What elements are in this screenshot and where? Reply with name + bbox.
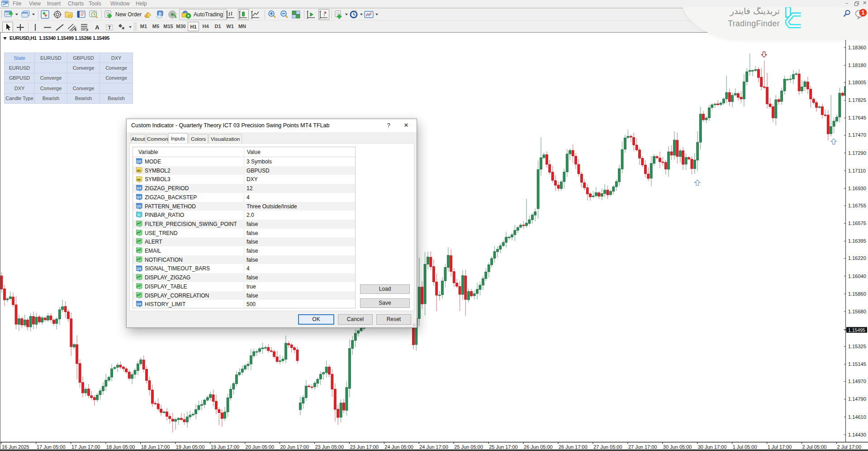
navigator-button[interactable] — [64, 9, 75, 20]
param-row-symbol2[interactable]: abSYMBOL2GBPUSD — [133, 166, 355, 175]
toolbar-grip[interactable] — [1, 10, 2, 19]
timeframe-w1-button[interactable]: W1 — [224, 22, 236, 31]
dialog-close-button[interactable]: ✕ — [399, 119, 413, 132]
param-row-history_limit[interactable]: 123HISTORY_LIMIT500 — [133, 300, 355, 308]
menu-file[interactable]: File — [13, 0, 21, 7]
trendline-tool-button[interactable] — [55, 22, 65, 33]
timeframe-mn-button[interactable]: MN — [237, 22, 248, 31]
param-row-alert[interactable]: ALERTfalse — [133, 237, 355, 246]
param-value[interactable]: false — [247, 248, 258, 254]
chat-notification-icon[interactable]: 1 — [853, 8, 868, 20]
cancel-button[interactable]: Cancel — [338, 314, 373, 325]
menu-insert[interactable]: Insert — [47, 0, 61, 7]
cursor-tool-button[interactable] — [2, 22, 13, 33]
param-value[interactable]: false — [247, 293, 258, 299]
ok-button[interactable]: OK — [298, 314, 334, 325]
load-button[interactable]: Load — [360, 284, 410, 294]
dialog-tab-inputs[interactable]: Inputs — [168, 133, 188, 143]
timeframe-m5-button[interactable]: M5 — [150, 22, 161, 31]
timeframe-h1-button[interactable]: H1 — [188, 22, 199, 31]
param-row-filter_precision_swing_point[interactable]: FILTER_PRECISION_SWING_POINTfalse — [133, 220, 355, 229]
fibonacci-tool-button[interactable]: F — [80, 22, 90, 33]
param-row-pattern_method[interactable]: 123PATTERN_METHODThree Outside/Inside — [133, 202, 355, 211]
menu-charts[interactable]: Charts — [68, 0, 84, 7]
param-value[interactable]: 4 — [247, 194, 250, 201]
text-tool-button[interactable]: A — [92, 22, 102, 33]
docs-button[interactable] — [143, 9, 152, 20]
horizontal-scrollbar[interactable] — [0, 449, 868, 451]
param-row-email[interactable]: EMAILfalse — [133, 246, 355, 255]
timeframe-m30-button[interactable]: M30 — [175, 22, 187, 31]
param-value[interactable]: false — [247, 221, 258, 227]
tile-windows-button[interactable] — [291, 9, 301, 20]
dialog-tab-common[interactable]: Common — [147, 134, 167, 143]
param-row-signal_timeout_bars[interactable]: 123SIGNAL_TIMEOUT_BARS4 — [133, 264, 355, 273]
menu-tools[interactable]: Tools — [89, 0, 101, 7]
param-row-zigzag_period[interactable]: 123ZIGZAG_PERIOD12 — [133, 184, 355, 193]
zoom-out-button[interactable] — [279, 9, 289, 20]
param-value[interactable]: GBPUSD — [247, 168, 270, 174]
timeframe-d1-button[interactable]: D1 — [212, 22, 223, 31]
window-restore-icon[interactable] — [854, 1, 859, 6]
timeframe-m15-button[interactable]: M15 — [162, 22, 174, 31]
param-row-pinbar_ratio[interactable]: ½PINBAR_RATIO2.0 — [133, 211, 355, 220]
param-row-mode[interactable]: 123MODE3 Symbols — [133, 157, 355, 166]
terminal-button[interactable] — [76, 9, 86, 20]
indicators-button[interactable] — [334, 9, 348, 20]
templates-button[interactable] — [364, 9, 378, 20]
strategy-tester-button[interactable] — [89, 9, 99, 20]
bar-chart-button[interactable] — [226, 9, 236, 20]
timeframe-h4-button[interactable]: H4 — [200, 22, 211, 31]
community-button[interactable]: R — [155, 9, 165, 20]
dialog-resize-grip[interactable] — [413, 323, 416, 326]
window-close-icon[interactable]: ✕ — [863, 0, 867, 6]
menu-view[interactable]: View — [29, 0, 41, 7]
indicator-dialog[interactable]: Custom Indicator - Quarterly Theory ICT … — [126, 119, 417, 328]
timeframe-m1-button[interactable]: M1 — [138, 22, 149, 31]
param-row-use_trend[interactable]: USE_TRENDfalse — [133, 229, 355, 238]
autotrading-button[interactable]: AutoTrading — [179, 9, 227, 20]
dialog-tab-about[interactable]: About — [131, 134, 146, 143]
menu-help[interactable]: Help — [136, 0, 147, 7]
label-tool-button[interactable]: T — [104, 22, 114, 33]
param-row-notification[interactable]: NOTIFICATIONfalse — [133, 255, 355, 264]
save-button[interactable]: Save — [360, 298, 410, 308]
param-row-display_correlation[interactable]: DISPLAY_CORRELATIONfalse — [133, 291, 355, 300]
vline-tool-button[interactable] — [30, 22, 40, 33]
signals-button[interactable] — [167, 9, 177, 20]
param-value[interactable]: false — [247, 230, 258, 236]
new-chart-button[interactable] — [4, 9, 18, 20]
dialog-tab-colors[interactable]: Colors — [189, 134, 208, 143]
profiles-button[interactable] — [21, 9, 35, 20]
dialog-titlebar[interactable]: Custom Indicator - Quarterly Theory ICT … — [127, 119, 417, 132]
chart-shift-button[interactable] — [318, 9, 329, 20]
param-value[interactable]: true — [247, 283, 256, 290]
shapes-tool-button[interactable] — [117, 22, 132, 33]
market-watch-button[interactable] — [40, 9, 50, 20]
param-value[interactable]: Three Outside/Inside — [247, 203, 297, 210]
reset-button[interactable]: Reset — [376, 314, 411, 325]
new-order-button[interactable]: New Order — [104, 9, 143, 20]
periods-button[interactable] — [349, 9, 363, 20]
param-value[interactable]: false — [247, 239, 258, 245]
param-value[interactable]: false — [247, 257, 258, 263]
param-value[interactable]: 3 Symbols — [247, 158, 272, 165]
line-chart-button[interactable] — [251, 9, 261, 20]
channel-tool-button[interactable]: E — [67, 22, 78, 33]
param-row-display_table[interactable]: DISPLAY_TABLEtrue — [133, 282, 355, 291]
window-minimize-icon[interactable]: – — [845, 0, 848, 5]
candlestick-chart-button[interactable] — [238, 9, 249, 20]
param-row-display_zigzag[interactable]: DISPLAY_ZIGZAGfalse — [133, 273, 355, 282]
dialog-tab-visualization[interactable]: Visualization — [209, 134, 242, 143]
data-window-button[interactable] — [52, 9, 62, 20]
param-value[interactable]: 2.0 — [247, 212, 254, 218]
menu-window[interactable]: Window — [110, 0, 130, 7]
param-value[interactable]: 4 — [247, 265, 250, 272]
zoom-in-button[interactable] — [267, 9, 277, 20]
param-value[interactable]: 12 — [247, 185, 252, 192]
dialog-help-button[interactable]: ? — [382, 119, 395, 132]
param-value[interactable]: 500 — [247, 301, 256, 307]
inputs-table[interactable]: Variable Value 123MODE3 SymbolsabSYMBOL2… — [133, 147, 356, 308]
hline-tool-button[interactable] — [43, 22, 52, 33]
auto-scroll-button[interactable] — [306, 9, 316, 20]
